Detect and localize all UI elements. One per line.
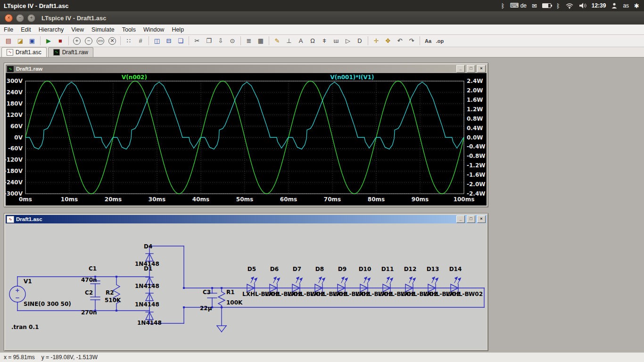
toolbar-place-component-button[interactable]: D [354, 36, 365, 46]
waveform-minimize-button[interactable]: _ [456, 65, 465, 73]
svg-text:60ms: 60ms [280, 196, 297, 203]
svg-text:0.8W: 0.8W [467, 115, 483, 122]
svg-text:0ms: 0ms [19, 196, 32, 203]
svg-text:D14: D14 [449, 266, 462, 272]
toolbar-spice-directive-button[interactable]: .op [434, 36, 446, 46]
toolbar-separator [269, 36, 269, 45]
maximize-window-button[interactable]: + [27, 14, 35, 22]
schematic-close-button[interactable]: × [477, 215, 486, 223]
volume-icon[interactable] [579, 2, 586, 9]
zoom-in-icon: + [73, 37, 81, 45]
find-icon: ⊙ [230, 37, 235, 44]
waveform-restore-button[interactable]: □ [467, 65, 475, 73]
wifi-icon[interactable] [565, 2, 574, 9]
zoom-full-extents-icon: ▭ [97, 37, 104, 45]
clock[interactable]: 12:39 [592, 2, 606, 9]
svg-text:50ms: 50ms [236, 196, 253, 203]
tab-Draft1.asc[interactable]: ∿Draft1.asc [1, 47, 47, 57]
menu-view[interactable]: View [67, 25, 88, 34]
toolbar-print-preview-button[interactable]: ≣ [243, 36, 255, 46]
place-resistor-icon: Ω [310, 37, 315, 44]
toolbar-paste-button[interactable]: ⇩ [215, 36, 226, 46]
toolbar-place-resistor-button[interactable]: Ω [307, 36, 318, 46]
toolbar-place-inductor-button[interactable]: ɯ [330, 36, 342, 46]
cursor-x-readout: x = 95.81ms [4, 354, 35, 361]
toolbar-tile-vertical-button[interactable]: ◫ [151, 36, 163, 46]
toolbar-cut-button[interactable]: ✂ [191, 36, 203, 46]
menu-tools[interactable]: Tools [118, 25, 140, 34]
toolbar-place-diode-button[interactable]: ▷ [342, 36, 354, 46]
schematic-window-titlebar[interactable]: ∿ Draft1.asc _ □ × [6, 215, 487, 223]
toolbar-zoom-back-button[interactable]: ✕ [107, 36, 118, 46]
toolbar-save-button[interactable]: ▣ [26, 36, 38, 46]
menu-edit[interactable]: Edit [17, 25, 35, 34]
toolbar-draw-wire-button[interactable]: ✎ [272, 36, 283, 46]
svg-text:.tran 0.1: .tran 0.1 [11, 324, 39, 330]
toolbar-drag-button[interactable]: ✥ [382, 36, 394, 46]
toolbar-tile-horizontal-button[interactable]: ⊟ [163, 36, 174, 46]
tab-Draft1.raw[interactable]: ∿Draft1.raw [48, 47, 93, 57]
toolbar-print-button[interactable]: ▦ [255, 36, 266, 46]
menu-file[interactable]: File [0, 25, 17, 34]
toolbar-separator [189, 36, 189, 45]
toolbar-zoom-full-extents-button[interactable]: ▭ [95, 36, 106, 46]
toolbar-open-file-button[interactable]: ◪ [15, 36, 26, 46]
tile-horizontal-icon: ⊟ [166, 37, 172, 44]
place-net-label-icon: A [299, 37, 303, 44]
toolbar-zoom-out-button[interactable]: − [83, 36, 94, 46]
menu-simulate[interactable]: Simulate [88, 25, 118, 34]
ubuntu-top-panel: LTspice IV - Draft1.asc ᛒ ⌨ de ✉ ᛒ 12:39… [0, 0, 644, 11]
bluetooth-tray-icon[interactable]: ᛒ [556, 3, 560, 9]
close-window-button[interactable]: × [5, 14, 13, 22]
user-menu[interactable]: as [623, 2, 629, 9]
svg-text:40ms: 40ms [192, 196, 209, 203]
svg-text:V(n001)*I(V1): V(n001)*I(V1) [330, 74, 374, 81]
toolbar-separator [240, 36, 241, 45]
toolbar-place-ground-button[interactable]: ⊥ [283, 36, 295, 46]
svg-text:300V: 300V [7, 78, 23, 84]
redo-icon: ↷ [409, 37, 414, 44]
toolbar-redo-button[interactable]: ↷ [406, 36, 417, 46]
toolbar-show-grid-button[interactable]: ∷ [123, 36, 134, 46]
schematic-minimize-button[interactable]: _ [456, 215, 465, 223]
mail-icon[interactable]: ✉ [532, 3, 537, 9]
toolbar-copy-button[interactable]: ❐ [203, 36, 215, 46]
snap-grid-icon: # [139, 37, 142, 44]
toolbar-halt-button[interactable]: ■ [55, 36, 66, 46]
svg-text:-1.6W: -1.6W [467, 172, 485, 178]
schematic-canvas[interactable]: D5LXHL-BW02D6LXHL-BW02D7LXHL-BW02D8LXHL-… [6, 223, 487, 349]
print-icon: ▦ [258, 37, 264, 44]
toolbar-place-net-label-button[interactable]: A [295, 36, 306, 46]
svg-text:0V: 0V [14, 134, 23, 141]
toolbar-zoom-in-button[interactable]: + [71, 36, 83, 46]
window-controls: × − + [5, 14, 35, 22]
menu-window[interactable]: Window [140, 25, 168, 34]
keyboard-layout-indicator[interactable]: ⌨ de [510, 2, 527, 9]
toolbar-new-schematic-button[interactable]: ▤ [3, 36, 14, 46]
battery-icon[interactable] [542, 3, 551, 8]
toolbar-undo-button[interactable]: ↶ [394, 36, 405, 46]
spice-directive-icon: .op [436, 38, 444, 44]
waveform-close-button[interactable]: × [477, 65, 486, 73]
toolbar-find-button[interactable]: ⊙ [227, 36, 238, 46]
bluetooth-icon[interactable]: ᛒ [501, 3, 505, 9]
toolbar-cascade-windows-button[interactable]: ❏ [175, 36, 186, 46]
svg-text:D6: D6 [270, 266, 279, 272]
print-preview-icon: ≣ [247, 37, 252, 44]
toolbar-snap-grid-button[interactable]: # [135, 36, 146, 46]
minimize-window-button[interactable]: − [16, 14, 24, 22]
window-titlebar[interactable]: × − + LTspice IV - Draft1.asc [0, 11, 644, 25]
schematic-restore-button[interactable]: □ [467, 215, 475, 223]
toolbar-move-button[interactable]: ✛ [371, 36, 382, 46]
waveform-plot[interactable]: 300V240V180V120V60V0V-60V-120V-180V-240V… [6, 73, 487, 206]
toolbar-place-capacitor-button[interactable]: ǂ [319, 36, 330, 46]
cut-icon: ✂ [195, 37, 200, 44]
toolbar-run-button[interactable]: ▶ [43, 36, 54, 46]
svg-text:-2.0W: -2.0W [467, 181, 485, 188]
toolbar-place-text-button[interactable]: Aa [422, 36, 434, 46]
waveform-window-titlebar[interactable]: ∿ Draft1.raw _ □ × [6, 65, 487, 73]
menu-hierarchy[interactable]: Hierarchy [35, 25, 68, 34]
session-gear-icon[interactable]: ✱ [634, 3, 639, 9]
menu-help[interactable]: Help [168, 25, 188, 34]
svg-text:D7: D7 [293, 266, 301, 272]
